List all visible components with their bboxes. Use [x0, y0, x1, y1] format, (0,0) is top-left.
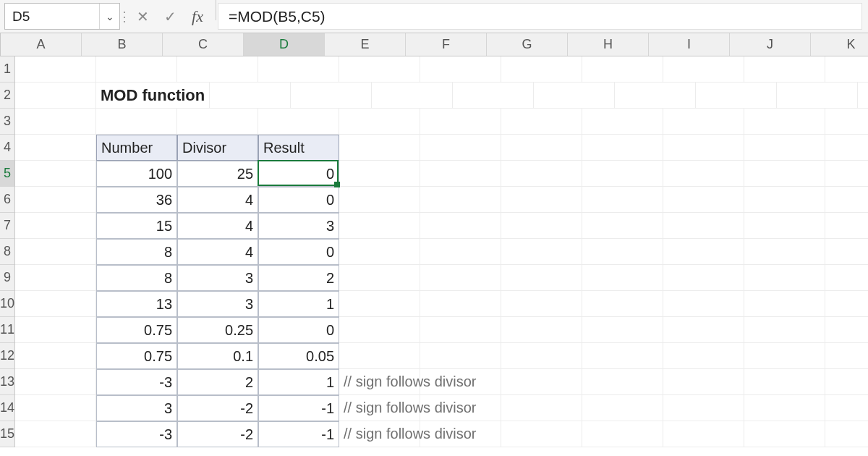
cell-B1[interactable] — [96, 56, 177, 83]
row-header-8[interactable]: 8 — [0, 239, 14, 265]
cell-G9[interactable] — [501, 265, 582, 291]
column-header-E[interactable]: E — [325, 33, 406, 56]
cell-H5[interactable] — [582, 161, 663, 187]
cell-G2[interactable] — [534, 83, 615, 109]
cell-E2[interactable] — [372, 83, 453, 109]
column-header-B[interactable]: B — [82, 33, 163, 56]
cell-I1[interactable] — [663, 56, 744, 83]
cell-H14[interactable] — [582, 395, 663, 421]
row-header-1[interactable]: 1 — [0, 56, 14, 83]
cell-F12[interactable] — [420, 343, 501, 369]
cell-D1[interactable] — [258, 56, 339, 83]
cell-I4[interactable] — [663, 135, 744, 161]
cell-J5[interactable] — [744, 161, 825, 187]
cell-G10[interactable] — [501, 291, 582, 317]
cell-G6[interactable] — [501, 187, 582, 213]
cell-H11[interactable] — [582, 317, 663, 343]
cell-F6[interactable] — [420, 187, 501, 213]
row-header-3[interactable]: 3 — [0, 109, 14, 135]
cell-A4[interactable] — [15, 135, 96, 161]
cell-I14[interactable] — [663, 395, 744, 421]
cell-F9[interactable] — [420, 265, 501, 291]
table-row[interactable]: 2 — [258, 265, 339, 291]
cell-A10[interactable] — [15, 291, 96, 317]
cell-H15[interactable] — [582, 421, 663, 447]
cell-J8[interactable] — [744, 239, 825, 265]
cell-E7[interactable] — [339, 213, 420, 239]
table-row[interactable]: 0.25 — [177, 317, 258, 343]
table-row[interactable]: 0 — [258, 187, 339, 213]
table-row[interactable]: 0 — [258, 317, 339, 343]
cell-E4[interactable] — [339, 135, 420, 161]
cell-J13[interactable] — [744, 369, 825, 395]
cell-J1[interactable] — [744, 56, 825, 83]
cell-I3[interactable] — [663, 109, 744, 135]
cell-I15[interactable] — [663, 421, 744, 447]
column-header-G[interactable]: G — [487, 33, 568, 56]
insert-function-button[interactable]: fx — [188, 7, 207, 26]
cell-I2[interactable] — [696, 83, 777, 109]
cell-K7[interactable] — [825, 213, 868, 239]
cell-A14[interactable] — [15, 395, 96, 421]
cell-A11[interactable] — [15, 317, 96, 343]
table-row[interactable]: 13 — [96, 291, 177, 317]
table-row[interactable]: 100 — [96, 161, 177, 187]
table-row[interactable]: 25 — [177, 161, 258, 187]
row-header-2[interactable]: 2 — [0, 83, 14, 109]
cell-H13[interactable] — [582, 369, 663, 395]
cell-J14[interactable] — [744, 395, 825, 421]
cell-A15[interactable] — [15, 421, 96, 447]
row-header-15[interactable]: 15 — [0, 421, 14, 447]
name-box-dropdown[interactable]: ⌄ — [99, 4, 119, 29]
table-row[interactable]: 36 — [96, 187, 177, 213]
cell-G8[interactable] — [501, 239, 582, 265]
cell-I7[interactable] — [663, 213, 744, 239]
cell-K3[interactable] — [825, 109, 868, 135]
cell-H7[interactable] — [582, 213, 663, 239]
cell-E1[interactable] — [339, 56, 420, 83]
cell-A6[interactable] — [15, 187, 96, 213]
cell-I6[interactable] — [663, 187, 744, 213]
column-header-J[interactable]: J — [730, 33, 811, 56]
table-row[interactable]: 15 — [96, 213, 177, 239]
cell-E12[interactable] — [339, 343, 420, 369]
cell-A5[interactable] — [15, 161, 96, 187]
cell-K4[interactable] — [825, 135, 868, 161]
name-box[interactable]: D5 — [5, 4, 99, 29]
cell-J2[interactable] — [777, 83, 858, 109]
cell-H9[interactable] — [582, 265, 663, 291]
table-row[interactable]: -2 — [177, 421, 258, 447]
cell-G15[interactable] — [501, 421, 582, 447]
cell-A12[interactable] — [15, 343, 96, 369]
row-header-9[interactable]: 9 — [0, 265, 14, 291]
row-header-10[interactable]: 10 — [0, 291, 14, 317]
table-row[interactable]: -1 — [258, 395, 339, 421]
table-row[interactable]: 4 — [177, 213, 258, 239]
table-row[interactable]: -3 — [96, 369, 177, 395]
column-header-D[interactable]: D — [244, 33, 325, 56]
cell-I9[interactable] — [663, 265, 744, 291]
cell-A8[interactable] — [15, 239, 96, 265]
cell-F7[interactable] — [420, 213, 501, 239]
cell-J11[interactable] — [744, 317, 825, 343]
table-row[interactable]: -1 — [258, 421, 339, 447]
cell-C1[interactable] — [177, 56, 258, 83]
cell-H6[interactable] — [582, 187, 663, 213]
cell-G4[interactable] — [501, 135, 582, 161]
cell-H8[interactable] — [582, 239, 663, 265]
table-row[interactable]: 0 — [258, 239, 339, 265]
cell-J4[interactable] — [744, 135, 825, 161]
cells-area[interactable]: MOD functionNumberDivisorResult100250364… — [15, 56, 868, 447]
table-row[interactable]: 0.1 — [177, 343, 258, 369]
cell-G3[interactable] — [501, 109, 582, 135]
cell-E8[interactable] — [339, 239, 420, 265]
row-header-12[interactable]: 12 — [0, 343, 14, 369]
cell-J10[interactable] — [744, 291, 825, 317]
cell-H1[interactable] — [582, 56, 663, 83]
column-header-F[interactable]: F — [406, 33, 487, 56]
cell-J9[interactable] — [744, 265, 825, 291]
table-row[interactable]: 3 — [258, 213, 339, 239]
cell-H3[interactable] — [582, 109, 663, 135]
row-header-13[interactable]: 13 — [0, 369, 14, 395]
table-row[interactable]: 0.75 — [96, 317, 177, 343]
